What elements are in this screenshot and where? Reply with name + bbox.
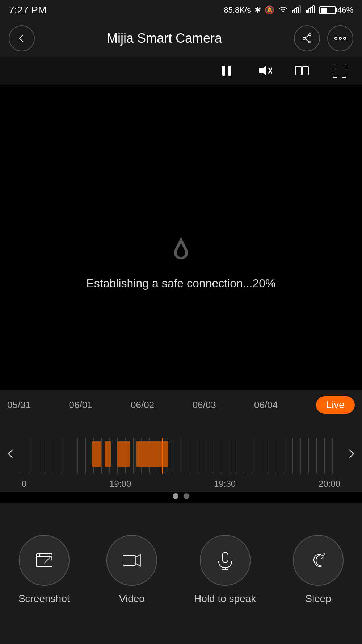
- svg-line-12: [305, 39, 309, 42]
- time-0: 0: [22, 479, 26, 489]
- more-button[interactable]: [327, 25, 353, 51]
- svg-rect-22: [303, 66, 308, 75]
- network-speed: 85.8K/s: [224, 5, 251, 15]
- status-icons: 85.8K/s ✱ 🔕: [224, 5, 353, 15]
- date-0601: 06/01: [69, 400, 93, 411]
- svg-rect-16: [222, 66, 225, 76]
- svg-point-15: [344, 37, 346, 39]
- video-label: Video: [119, 593, 145, 605]
- live-button[interactable]: Live: [316, 396, 355, 414]
- recording-block-3: [117, 441, 130, 467]
- svg-point-10: [309, 41, 311, 43]
- hold-to-speak-button[interactable]: [200, 535, 251, 586]
- bottom-controls: Screenshot Video Hold to speak: [0, 503, 362, 644]
- page-indicator: [0, 490, 362, 503]
- video-control[interactable]: Video: [106, 535, 157, 605]
- dot-2: [184, 493, 189, 499]
- svg-rect-31: [222, 552, 228, 563]
- signal-icon-1: [292, 5, 302, 15]
- scrubber-ticks: [22, 438, 340, 474]
- mijia-logo: [163, 230, 199, 266]
- video-controls: [0, 57, 362, 85]
- header-actions: [294, 25, 353, 51]
- svg-point-14: [339, 37, 341, 39]
- wifi-icon: [278, 5, 288, 15]
- svg-marker-30: [135, 555, 140, 566]
- recording-block-1: [92, 441, 101, 467]
- svg-point-8: [309, 34, 311, 36]
- notifications-muted-icon: 🔕: [265, 5, 274, 15]
- screenshot-control[interactable]: Screenshot: [18, 535, 70, 605]
- back-button[interactable]: [9, 25, 35, 51]
- sleep-button[interactable]: z z: [293, 535, 344, 586]
- time-2000: 20:00: [319, 479, 340, 489]
- svg-point-9: [303, 37, 305, 39]
- recording-block-4: [136, 441, 162, 467]
- signal-icon-2: [306, 5, 316, 15]
- video-area: Establishing a safe connection...20%: [0, 85, 362, 434]
- svg-point-13: [335, 37, 337, 39]
- scrubber-track[interactable]: [22, 438, 340, 474]
- svg-rect-7: [313, 6, 314, 13]
- time-1930: 19:30: [214, 479, 236, 489]
- status-bar: 7:27 PM 85.8K/s ✱ 🔕: [0, 0, 362, 20]
- hold-to-speak-label: Hold to speak: [194, 593, 256, 605]
- svg-rect-6: [311, 7, 312, 13]
- svg-rect-5: [308, 9, 310, 13]
- video-button[interactable]: [106, 535, 157, 586]
- pause-button[interactable]: [219, 63, 235, 80]
- recording-block-2: [105, 441, 111, 467]
- svg-line-11: [305, 35, 309, 38]
- timeline-section: 05/31 06/01 06/02 06/03 06/04 Live: [0, 390, 362, 434]
- scrubber-section[interactable]: 0 19:00 19:30 20:00: [0, 434, 362, 492]
- date-0602: 06/02: [131, 400, 154, 411]
- svg-rect-17: [228, 66, 231, 76]
- svg-rect-1: [295, 9, 296, 13]
- battery-percent: 46%: [337, 5, 353, 15]
- svg-rect-3: [299, 6, 300, 13]
- svg-rect-0: [292, 10, 294, 13]
- time-1900: 19:00: [109, 479, 131, 489]
- hold-to-speak-control[interactable]: Hold to speak: [194, 535, 256, 605]
- sleep-label: Sleep: [305, 593, 331, 605]
- scrubber-times: 0 19:00 19:30 20:00: [0, 477, 362, 490]
- date-0531: 05/31: [7, 400, 31, 411]
- svg-rect-21: [295, 66, 301, 75]
- sleep-control[interactable]: z z Sleep: [293, 535, 344, 605]
- status-time: 7:27 PM: [9, 4, 46, 16]
- header: Mijia Smart Camera: [0, 20, 362, 57]
- fullscreen-button[interactable]: [332, 63, 348, 80]
- svg-rect-29: [123, 555, 135, 565]
- svg-rect-2: [297, 7, 298, 13]
- scrubber-next-button[interactable]: [342, 445, 361, 463]
- dot-1: [173, 493, 178, 499]
- svg-text:z: z: [323, 552, 325, 557]
- share-button[interactable]: [294, 25, 320, 51]
- battery-indicator: 46%: [319, 5, 353, 15]
- svg-rect-4: [306, 10, 308, 13]
- bluetooth-icon: ✱: [254, 5, 261, 15]
- timeline-dates: 05/31 06/01 06/02 06/03 06/04 Live: [0, 390, 362, 414]
- date-0603: 06/03: [193, 400, 216, 411]
- date-0604: 06/04: [254, 400, 278, 411]
- screenshot-button[interactable]: [19, 535, 70, 586]
- connection-status-text: Establishing a safe connection...20%: [87, 277, 276, 290]
- svg-marker-18: [259, 66, 266, 76]
- mirror-button[interactable]: [294, 63, 310, 80]
- page-title: Mijia Smart Camera: [107, 31, 222, 46]
- screenshot-label: Screenshot: [18, 593, 70, 605]
- playhead[interactable]: [162, 438, 163, 474]
- scrubber-prev-button[interactable]: [1, 445, 20, 463]
- mute-button[interactable]: [256, 63, 272, 80]
